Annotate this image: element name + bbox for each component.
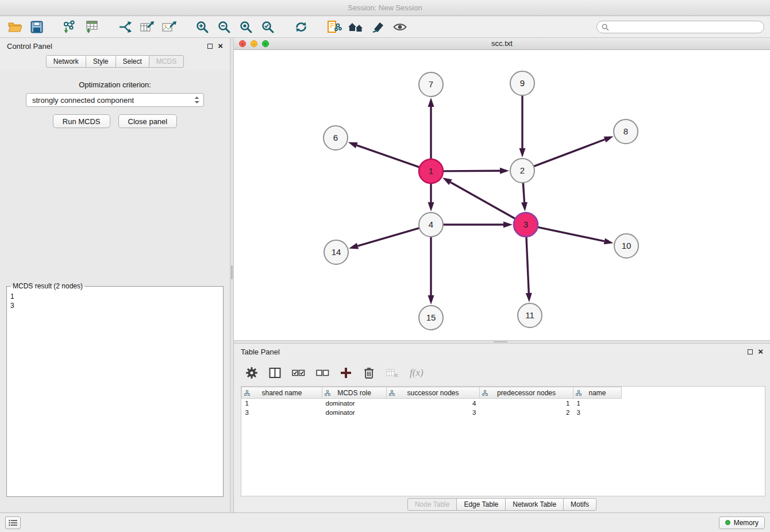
import-table-button[interactable]	[83, 18, 101, 36]
graph-node-label-14: 14	[332, 247, 341, 257]
column-header-successor-nodes[interactable]: successor nodes	[387, 387, 480, 399]
zoom-out-button[interactable]	[215, 18, 233, 36]
graph-node-label-10: 10	[622, 241, 632, 250]
graph-node-label-1: 1	[429, 166, 433, 176]
show-hide-button[interactable]	[391, 18, 409, 36]
table-row[interactable]: 1 dominator 4 1 1	[242, 399, 622, 408]
show-columns-button[interactable]	[269, 367, 281, 379]
graph-node-label-6: 6	[333, 133, 338, 142]
control-panel-title: Control Panel	[7, 42, 52, 51]
network-canvas[interactable]: 7968124314101511	[234, 50, 770, 340]
control-panel-tabs: Network Style Select MCDS	[0, 54, 230, 68]
main-toolbar	[0, 16, 770, 38]
tab-select[interactable]: Select	[116, 55, 149, 68]
main-area: Control Panel × Network Style Select MCD…	[0, 38, 770, 512]
table-tabs: Node Table Edge Table Network Table Moti…	[234, 496, 770, 512]
run-mcds-button[interactable]: Run MCDS	[53, 114, 110, 128]
mcds-result-title: MCDS result (2 nodes)	[11, 282, 84, 290]
zoom-fit-button[interactable]	[237, 18, 255, 36]
column-header-predecessor-nodes[interactable]: predecessor nodes	[480, 387, 573, 399]
create-column-button[interactable]	[340, 367, 352, 379]
tab-network-table[interactable]: Network Table	[505, 498, 564, 511]
window-minimize-icon[interactable]: −	[251, 40, 257, 47]
horizontal-splitter[interactable]	[234, 340, 770, 344]
export-table-button[interactable]	[138, 18, 156, 36]
zoom-fit-icon	[239, 20, 253, 34]
mcds-result-box: MCDS result (2 nodes) 1 3	[6, 282, 224, 497]
node-table: shared name MCDS role successor nodes	[241, 386, 765, 496]
float-panel-icon[interactable]	[207, 44, 213, 49]
graph-edge-arrowhead	[349, 243, 359, 249]
zoom-in-icon	[195, 20, 209, 34]
table-header-row: shared name MCDS role successor nodes	[242, 387, 622, 399]
delete-table-button[interactable]	[386, 368, 399, 378]
tab-edge-table[interactable]: Edge Table	[456, 498, 506, 511]
optimization-label: Optimization criterion:	[0, 80, 230, 89]
close-table-panel-icon[interactable]: ×	[758, 349, 763, 354]
graph-edge-2-3[interactable]	[523, 183, 524, 202]
close-panel-button[interactable]: Close panel	[118, 114, 178, 128]
close-panel-icon[interactable]: ×	[218, 43, 223, 49]
window-title: Session: New Session	[0, 0, 770, 16]
fx-label: f(x)	[410, 367, 424, 379]
memory-button[interactable]: Memory	[719, 516, 765, 529]
open-session-button[interactable]	[6, 18, 24, 36]
column-header-mcds-role[interactable]: MCDS role	[322, 387, 387, 399]
search-input[interactable]	[596, 21, 764, 33]
graph-edge-4-14[interactable]	[357, 228, 419, 246]
graph-edge-arrowhead	[348, 142, 358, 148]
graph-node-label-2: 2	[520, 165, 525, 175]
new-network-button[interactable]	[116, 18, 134, 36]
graph-edge-arrowhead	[503, 222, 513, 228]
trash-icon	[363, 367, 375, 379]
zoom-selected-button[interactable]	[259, 18, 277, 36]
graph-edge-3-11[interactable]	[526, 237, 529, 293]
import-network-button[interactable]	[61, 18, 79, 36]
control-panel: Control Panel × Network Style Select MCD…	[0, 38, 230, 512]
delete-column-button[interactable]	[363, 367, 375, 379]
column-header-shared-name[interactable]: shared name	[242, 387, 322, 399]
tab-motifs[interactable]: Motifs	[563, 498, 596, 511]
copy-style-button[interactable]	[325, 18, 344, 36]
plus-icon	[340, 367, 352, 379]
save-session-button[interactable]	[28, 18, 46, 36]
graph-node-label-7: 7	[429, 79, 433, 89]
graph-edge-2-8[interactable]	[534, 140, 605, 167]
graph-edge-arrowhead	[500, 168, 509, 174]
graph-edge-3-1[interactable]	[451, 182, 515, 219]
float-table-panel-icon[interactable]	[748, 349, 753, 354]
unchecked-boxes-icon	[316, 368, 329, 378]
style-brush-button[interactable]	[369, 18, 387, 36]
tab-mcds[interactable]: MCDS	[149, 55, 184, 68]
graph-node-label-11: 11	[525, 310, 534, 320]
refresh-layout-button[interactable]	[292, 18, 310, 36]
graph-edge-1-2[interactable]	[443, 171, 500, 171]
graph-edge-arrowhead	[604, 136, 614, 142]
tab-node-table[interactable]: Node Table	[407, 498, 457, 511]
select-all-columns-button[interactable]	[292, 368, 305, 378]
vertical-splitter[interactable]	[230, 38, 234, 512]
table-row[interactable]: 3 dominator 3 2 3	[242, 408, 622, 417]
table-settings-button[interactable]	[245, 367, 258, 379]
home-views-button[interactable]	[347, 18, 365, 36]
export-image-icon	[161, 20, 176, 34]
export-image-button[interactable]	[160, 18, 178, 36]
zoom-in-button[interactable]	[193, 18, 211, 36]
deselect-all-columns-button[interactable]	[316, 368, 329, 378]
home-views-icon	[348, 20, 365, 34]
zoom-out-icon	[217, 20, 231, 34]
optimization-dropdown[interactable]: strongly connected component	[26, 93, 204, 107]
graph-node-label-3: 3	[523, 219, 528, 229]
graph-edge-1-6[interactable]	[357, 145, 419, 167]
tab-style[interactable]: Style	[86, 55, 116, 68]
task-history-button[interactable]	[5, 516, 21, 529]
function-builder-button[interactable]: f(x)	[410, 367, 424, 379]
graph-edge-3-10[interactable]	[538, 227, 605, 241]
graph-edge-arrowhead	[526, 293, 532, 302]
window-zoom-icon[interactable]: +	[262, 40, 269, 47]
memory-status-icon	[725, 520, 730, 525]
column-header-name[interactable]: name	[573, 387, 622, 399]
hierarchy-icon	[576, 390, 582, 396]
tab-network[interactable]: Network	[46, 55, 86, 68]
window-close-icon[interactable]: ×	[239, 40, 246, 47]
